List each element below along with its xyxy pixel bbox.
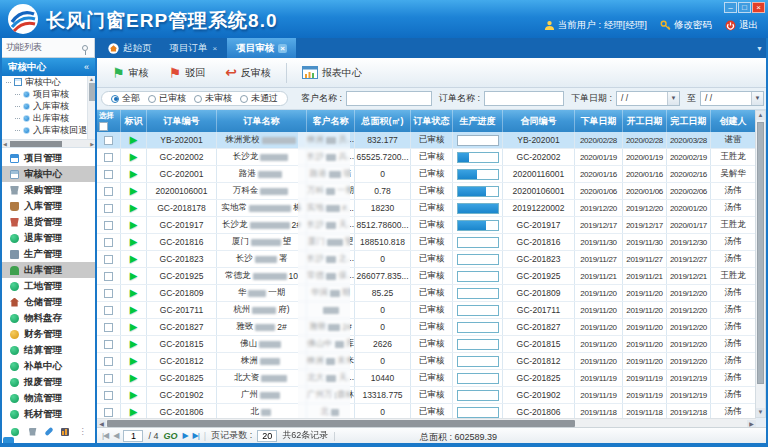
row-checkbox[interactable] — [104, 187, 113, 196]
radio-failed[interactable]: 未通过 — [240, 92, 278, 105]
sidebar-item-doc2[interactable]: 审核中心 — [2, 166, 95, 182]
column-header[interactable]: 生产进度 — [453, 110, 503, 132]
table-row[interactable]: ▶GC-201812株洲株洲未来0已审核GC-2018122019/11/202… — [97, 353, 756, 370]
maximize-button[interactable]: □ — [738, 2, 751, 13]
scroll-right-icon[interactable]: ▶ — [90, 141, 94, 147]
sidebar-item-house[interactable]: 仓储管理 — [2, 294, 95, 310]
row-checkbox[interactable] — [104, 221, 113, 230]
scroll-up-icon[interactable]: ▲ — [89, 76, 94, 82]
scroll-down-icon[interactable]: ▼ — [756, 408, 765, 417]
order-date-picker[interactable]: / /▼ — [616, 91, 680, 106]
row-checkbox[interactable] — [104, 289, 113, 298]
column-header[interactable]: 标识 — [121, 110, 147, 132]
scroll-left-icon[interactable]: ◀ — [3, 141, 7, 147]
select-all-checkbox[interactable] — [99, 122, 108, 131]
tree-horizontal-scrollbar[interactable]: ◀ ▶ — [2, 139, 95, 147]
column-header[interactable]: 客户名称 — [307, 110, 355, 132]
page-size-input[interactable] — [257, 430, 277, 442]
tab-close-icon[interactable]: × — [212, 44, 219, 53]
scrollbar-thumb[interactable] — [757, 122, 764, 384]
column-header[interactable]: 合同编号 — [503, 110, 575, 132]
row-checkbox[interactable] — [104, 238, 113, 247]
order-date-end-picker[interactable]: / /▼ — [700, 91, 764, 106]
column-header[interactable]: 总面积(㎡) — [355, 110, 411, 132]
table-row[interactable]: ▶GC-201815佛山佛山中库2626已审核GC-2018152019/11/… — [97, 336, 756, 353]
sidebar-item-dot[interactable]: 工地管理 — [2, 278, 95, 294]
column-header[interactable]: 下单日期 — [575, 110, 623, 132]
sidebar-item-dot[interactable]: 物料盘存 — [2, 310, 95, 326]
table-horizontal-scrollbar[interactable]: ◀ ▶ — [97, 418, 756, 427]
sidebar-item-cartred[interactable]: 退货管理 — [2, 214, 95, 230]
radio-unapproved[interactable]: 未审核 — [194, 92, 232, 105]
row-checkbox[interactable] — [104, 153, 113, 162]
column-header[interactable]: 订单编号 — [147, 110, 217, 132]
customer-name-input[interactable] — [346, 91, 432, 106]
sidebar-item-dot[interactable]: 耗材管理 — [2, 406, 95, 422]
sidebar-item-basket[interactable]: 入库管理 — [2, 198, 95, 214]
column-header[interactable]: 完工日期 — [667, 110, 711, 132]
row-checkbox[interactable] — [104, 391, 113, 400]
table-row[interactable]: ▶GC-2018178实地常栋实地#...18230已审核20191220002… — [97, 200, 756, 217]
caret-down-icon[interactable]: ▼ — [667, 92, 679, 105]
scroll-up-icon[interactable]: ▲ — [756, 111, 765, 120]
sidebar-section-header[interactable]: 审核中心 « — [2, 58, 95, 76]
tab-project-orders[interactable]: 项目订单 × — [161, 38, 228, 58]
row-checkbox[interactable] — [104, 272, 113, 281]
column-header[interactable]: 订单名称 — [217, 110, 307, 132]
table-row[interactable]: ▶GC-201809华一期华润期85.25已审核GC-2018092019/11… — [97, 285, 756, 302]
sidebar-item-dot[interactable]: 报废管理 — [2, 374, 95, 390]
row-checkbox[interactable] — [104, 357, 113, 366]
tab-project-audit[interactable]: 项目审核 × — [227, 38, 296, 58]
row-checkbox[interactable] — [104, 204, 113, 213]
row-checkbox[interactable] — [104, 323, 113, 332]
row-checkbox[interactable] — [104, 306, 113, 315]
tab-overflow-caret-icon[interactable]: ▼ — [756, 45, 763, 52]
scrollbar-thumb[interactable] — [10, 141, 62, 147]
tab-home[interactable]: 起始页 — [99, 38, 161, 58]
tree-vertical-scrollbar[interactable]: ▲ — [87, 76, 95, 140]
sidebar-item-machine[interactable]: 生产管理 — [2, 246, 95, 262]
tree-item[interactable]: 项目审核 — [2, 88, 95, 100]
table-row[interactable]: ▶20200106001万科金万科一期0.78已审核20200106001202… — [97, 183, 756, 200]
pin-icon[interactable] — [82, 45, 88, 51]
table-row[interactable]: ▶GC-201823长沙署长沙之...0已审核GC-2018232019/11/… — [97, 251, 756, 268]
chart-icon[interactable] — [61, 428, 69, 436]
first-page-button[interactable]: |◀ — [102, 431, 108, 440]
table-row[interactable]: ▶GC-201825北大资北大天...10440已审核GC-2018252019… — [97, 370, 756, 387]
pen-icon[interactable] — [44, 427, 53, 436]
sidebar-item-door[interactable]: 出库管理 — [2, 262, 95, 278]
radio-approved[interactable]: 已审核 — [148, 92, 186, 105]
go-button[interactable]: GO — [163, 431, 177, 441]
approve-button[interactable]: ⚑ 审核 — [103, 64, 158, 82]
table-row[interactable]: ▶GC-201917长沙龙2#长沙天...8512.78600...已审核GC-… — [97, 217, 756, 234]
column-header[interactable]: 创建人 — [711, 110, 756, 132]
page-number-input[interactable] — [123, 430, 143, 442]
table-row[interactable]: ▶GC-201711杭州府)0已审核GC-2017112019/11/20201… — [97, 302, 756, 319]
column-header[interactable]: 开工日期 — [623, 110, 667, 132]
sidebar-item-money[interactable]: 财务管理 — [2, 326, 95, 342]
row-checkbox[interactable] — [104, 408, 113, 417]
cart-icon[interactable] — [29, 428, 37, 436]
tree-item[interactable]: 出库审核 — [2, 112, 95, 124]
table-row[interactable]: ▶GC-201806北北0已审核GC-2018062019/11/182019/… — [97, 404, 756, 418]
column-header[interactable]: 订单状态 — [411, 110, 453, 132]
row-checkbox[interactable] — [104, 170, 113, 179]
close-button[interactable]: × — [752, 2, 765, 13]
tree-root[interactable]: 审核中心 — [2, 76, 95, 88]
reject-button[interactable]: ⚑ 驳回 — [160, 64, 215, 82]
table-row[interactable]: ▶GC-201816厦门望厦门望188510.818已审核GC-20181620… — [97, 234, 756, 251]
sidebar-item-dot[interactable]: 结算管理 — [2, 342, 95, 358]
collapse-icon[interactable]: « — [84, 58, 89, 76]
table-row[interactable]: ▶GC-201827雅致2#雅致2#0已审核GC-2018272019/11/2… — [97, 319, 756, 336]
column-header[interactable]: 选择 — [97, 110, 121, 132]
sidebar-item-dot[interactable]: 补单中心 — [2, 358, 95, 374]
row-checkbox[interactable] — [104, 340, 113, 349]
sidebar-item-dot[interactable]: 物流管理 — [2, 390, 95, 406]
table-row[interactable]: ▶GC-201925常德龙10常德保...266077.835...已审核GC-… — [97, 268, 756, 285]
radio-all[interactable]: 全部 — [111, 92, 140, 105]
tree-item[interactable]: 入库审核 — [2, 100, 95, 112]
sidebar-item-doc[interactable]: 项目管理 — [2, 150, 95, 166]
row-checkbox[interactable] — [104, 136, 113, 145]
more-dots-icon[interactable]: ⋮ — [79, 428, 87, 436]
scrollbar-thumb[interactable] — [107, 420, 575, 427]
